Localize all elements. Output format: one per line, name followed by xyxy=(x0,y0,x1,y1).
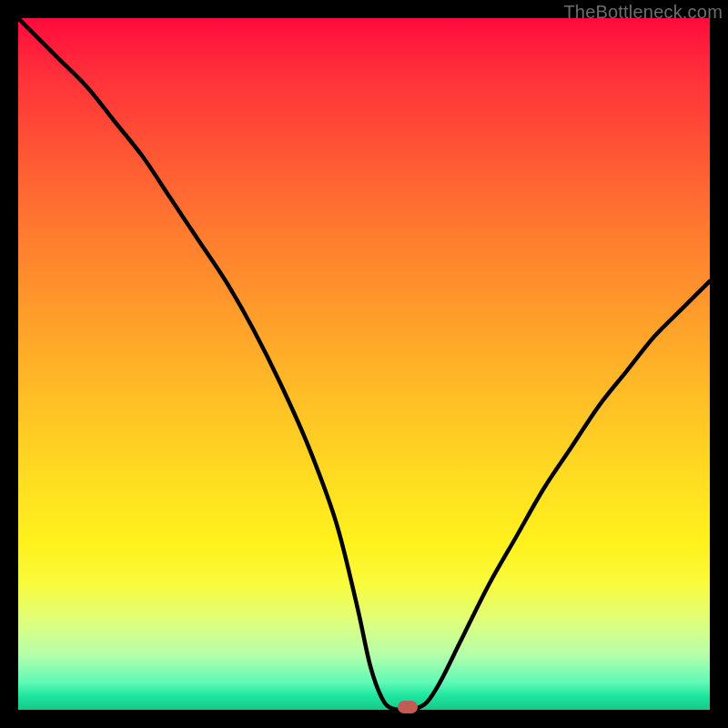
plot-area xyxy=(18,18,710,710)
chart-frame: TheBottleneck.com xyxy=(0,0,728,728)
bottleneck-marker xyxy=(398,701,418,713)
watermark-text: TheBottleneck.com xyxy=(563,2,723,23)
bottleneck-curve xyxy=(18,18,710,710)
